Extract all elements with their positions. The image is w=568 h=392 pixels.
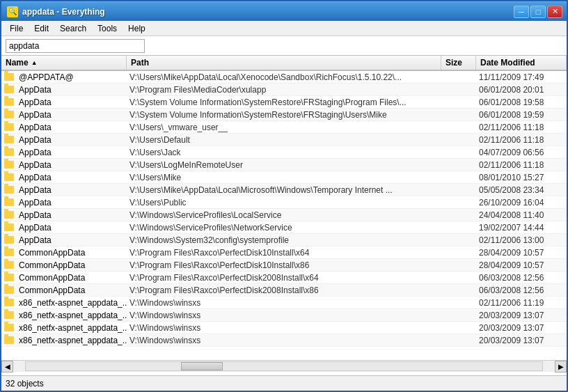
table-row[interactable]: @APPDATA@ V:\Users\Mike\AppData\Local\Xe… <box>1 71 567 84</box>
folder-icon <box>4 123 14 131</box>
cell-date: 06/01/2008 19:59 <box>476 109 567 120</box>
menu-tools[interactable]: Tools <box>92 22 123 35</box>
cell-path: V:\Windows\winsxs <box>127 334 441 346</box>
cell-name: AppData <box>1 121 127 133</box>
table-row[interactable]: x86_netfx-aspnet_appdata_... V:\Windows\… <box>1 334 567 347</box>
cell-name: AppData <box>1 146 127 158</box>
folder-icon <box>4 86 14 93</box>
cell-path: V:\Users\Mike\AppData\Local\Xenocode\San… <box>127 71 441 83</box>
folder-icon <box>4 111 14 118</box>
cell-name: AppData <box>1 196 127 208</box>
close-button[interactable]: ✕ <box>547 6 562 18</box>
column-header-date[interactable]: Date Modified <box>476 56 567 70</box>
scrollbar-thumb-h[interactable] <box>181 362 223 370</box>
menu-help[interactable]: Help <box>123 22 151 35</box>
folder-icon <box>4 336 14 344</box>
folder-icon <box>4 173 14 181</box>
table-row[interactable]: CommonAppData V:\Program Files\Raxco\Per… <box>1 259 567 272</box>
menu-file[interactable]: File <box>4 22 29 35</box>
folder-icon <box>4 286 14 294</box>
folder-icon <box>4 236 14 244</box>
cell-size <box>441 196 476 208</box>
cell-date: 28/04/2009 10:57 <box>476 259 567 271</box>
cell-name: AppData <box>1 109 127 120</box>
table-row[interactable]: AppData V:\Users\Mike\AppData\Local\Micr… <box>1 184 567 196</box>
horizontal-scrollbar[interactable]: ◀ ▶ <box>1 360 567 372</box>
cell-size <box>441 171 476 183</box>
cell-date: 02/11/2006 11:19 <box>476 297 567 308</box>
table-row[interactable]: AppData V:\System Volume Information\Sys… <box>1 96 567 109</box>
table-row[interactable]: x86_netfx-aspnet_appdata_... V:\Windows\… <box>1 297 567 309</box>
folder-icon <box>4 98 14 106</box>
table-row[interactable]: CommonAppData V:\Program Files\Raxco\Per… <box>1 246 567 259</box>
folder-icon <box>4 224 14 231</box>
cell-path: V:\Program Files\MediaCoder\xulapp <box>127 84 441 95</box>
folder-icon <box>4 311 14 319</box>
cell-path: V:\Users\LogMeInRemoteUser <box>127 159 441 171</box>
folder-icon <box>4 198 14 206</box>
table-row[interactable]: AppData V:\Windows\ServiceProfiles\Netwo… <box>1 221 567 234</box>
cell-name: AppData <box>1 209 127 221</box>
cell-date: 04/07/2009 06:56 <box>476 146 567 158</box>
scroll-right-button[interactable]: ▶ <box>555 361 567 373</box>
table-row[interactable]: AppData V:\Windows\ServiceProfiles\Local… <box>1 209 567 221</box>
cell-name: x86_netfx-aspnet_appdata_... <box>1 322 127 334</box>
table-row[interactable]: AppData V:\Windows\System32\config\syste… <box>1 234 567 246</box>
cell-date: 11/11/2009 17:49 <box>476 71 567 83</box>
table-row[interactable]: AppData V:\Users\LogMeInRemoteUser 02/11… <box>1 159 567 171</box>
cell-date: 26/10/2009 16:04 <box>476 196 567 208</box>
maximize-button[interactable]: □ <box>530 6 546 18</box>
column-header-name[interactable]: Name ▲ <box>1 56 127 70</box>
cell-size <box>441 322 476 334</box>
minimize-button[interactable]: ─ <box>514 6 529 18</box>
search-bar <box>1 36 567 56</box>
folder-icon <box>4 324 14 331</box>
menu-bar: File Edit Search Tools Help <box>1 21 567 36</box>
window-controls: ─ □ ✕ <box>514 6 562 18</box>
search-input[interactable] <box>6 39 145 53</box>
cell-name: AppData <box>1 134 127 146</box>
cell-name: AppData <box>1 221 127 233</box>
cell-date: 05/05/2008 23:34 <box>476 184 567 196</box>
cell-name: AppData <box>1 84 127 95</box>
table-row[interactable]: AppData V:\Users\Mike 08/01/2010 15:27 <box>1 171 567 184</box>
cell-size <box>441 221 476 233</box>
cell-name: AppData <box>1 234 127 246</box>
table-row[interactable]: AppData V:\Users\Jack 04/07/2009 06:56 <box>1 146 567 159</box>
table-row[interactable]: x86_netfx-aspnet_appdata_... V:\Windows\… <box>1 322 567 334</box>
cell-date: 06/01/2008 20:01 <box>476 84 567 95</box>
table-row[interactable]: CommonAppData V:\Program Files\Raxco\Per… <box>1 272 567 284</box>
cell-name: CommonAppData <box>1 259 127 271</box>
table-row[interactable]: CommonAppData V:\Program Files\Raxco\Per… <box>1 284 567 297</box>
status-text: 32 objects <box>6 379 44 389</box>
cell-name: AppData <box>1 159 127 171</box>
menu-edit[interactable]: Edit <box>29 22 54 35</box>
column-header-size[interactable]: Size <box>441 56 476 70</box>
scrollbar-track-h[interactable] <box>25 361 543 371</box>
cell-size <box>441 121 476 133</box>
cell-date: 06/03/2008 12:56 <box>476 272 567 283</box>
column-header-path[interactable]: Path <box>127 56 441 70</box>
cell-size <box>441 109 476 120</box>
title-bar-left: 🔍 appdata - Everything <box>7 6 105 17</box>
table-row[interactable]: AppData V:\Users\Default 02/11/2006 11:1… <box>1 134 567 146</box>
table-body: @APPDATA@ V:\Users\Mike\AppData\Local\Xe… <box>1 71 567 360</box>
scroll-left-button[interactable]: ◀ <box>1 361 13 373</box>
folder-icon <box>4 261 14 269</box>
cell-name: CommonAppData <box>1 272 127 283</box>
status-bar: 32 objects <box>1 375 567 391</box>
table-row[interactable]: x86_netfx-aspnet_appdata_... V:\Windows\… <box>1 309 567 322</box>
cell-path: V:\Program Files\Raxco\PerfectDisk2008In… <box>127 272 441 283</box>
cell-path: V:\Program Files\Raxco\PerfectDisk10Inst… <box>127 259 441 271</box>
table-row[interactable]: AppData V:\Users\_vmware_user__ 02/11/20… <box>1 121 567 134</box>
menu-search[interactable]: Search <box>54 22 92 35</box>
table-row[interactable]: AppData V:\System Volume Information\Sys… <box>1 109 567 121</box>
cell-path: V:\System Volume Information\SystemResto… <box>127 96 441 108</box>
cell-size <box>441 159 476 171</box>
table-row[interactable]: AppData V:\Users\Public 26/10/2009 16:04 <box>1 196 567 209</box>
cell-date: 06/03/2008 12:56 <box>476 284 567 296</box>
cell-size <box>441 146 476 158</box>
table-row[interactable]: AppData V:\Program Files\MediaCoder\xula… <box>1 84 567 96</box>
folder-icon <box>4 274 14 281</box>
cell-path: V:\Program Files\Raxco\PerfectDisk2008In… <box>127 284 441 296</box>
